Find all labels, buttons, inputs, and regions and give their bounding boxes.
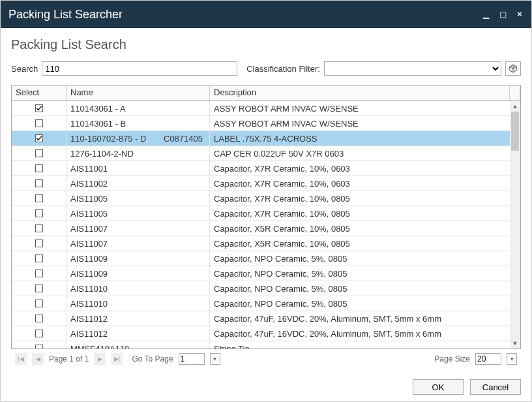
next-page-button[interactable]: ▶ (94, 353, 106, 365)
prev-page-button[interactable]: ◀ (32, 353, 44, 365)
row-description: Capacitor, NPO Ceramic, 5%, 0805 (214, 269, 347, 279)
row-name: AIS11009 (70, 254, 108, 264)
first-page-button[interactable]: |◀ (15, 353, 27, 365)
row-description: Capacitor, X5R Ceramic, 10%, 0805 (214, 224, 350, 234)
results-grid: Select Name Description 110143061 - AASS… (11, 85, 521, 349)
row-checkbox[interactable] (35, 149, 43, 157)
row-name: 1276-1104-2-ND (70, 149, 134, 159)
row-description: ASSY ROBOT ARM INVAC W/SENSE (214, 104, 359, 114)
row-name: 110143061 - A (70, 104, 126, 114)
window-controls: ▁ ▢ ✕ (482, 10, 524, 19)
titlebar: Packing List Searcher ▁ ▢ ✕ (1, 1, 531, 28)
window-title: Packing List Searcher (8, 8, 123, 22)
row-checkbox[interactable] (35, 104, 43, 112)
row-checkbox[interactable] (35, 209, 43, 217)
classification-filter-select[interactable] (324, 61, 501, 76)
row-name: AIS11009 (70, 269, 108, 279)
row-checkbox[interactable] (35, 300, 43, 307)
table-row[interactable]: AIS11012Capacitor, 47uF, 16VDC, 20%, Alu… (12, 326, 520, 341)
table-row[interactable]: AIS11005Capacitor, X7R Ceramic, 10%, 080… (12, 191, 520, 206)
row-checkbox[interactable] (35, 194, 43, 202)
table-row[interactable]: AIS11010Capacitor, NPO Ceramic, 5%, 0805 (12, 296, 520, 311)
row-description: Capacitor, X7R Ceramic, 10%, 0603 (214, 179, 350, 189)
row-description: Capacitor, X7R Ceramic, 10%, 0805 (214, 194, 350, 204)
row-checkbox[interactable] (35, 315, 43, 322)
column-header-description[interactable]: Description (210, 85, 510, 100)
page-size-input[interactable] (475, 353, 501, 365)
goto-page-label: Go To Page (132, 354, 173, 363)
table-row[interactable]: 1276-1104-2-NDCAP CER 0.022UF 50V X7R 06… (12, 146, 520, 161)
pager: |◀ ◀ Page 1 of 1 ▶ ▶| Go To Page ▾ Page … (11, 349, 521, 366)
table-row[interactable]: AIS11007Capacitor, X5R Ceramic, 10%, 080… (12, 221, 520, 236)
table-row[interactable]: AIS11010Capacitor, NPO Ceramic, 5%, 0805 (12, 281, 520, 296)
column-header-select[interactable]: Select (12, 85, 66, 100)
row-description: ASSY ROBOT ARM INVAC W/SENSE (214, 119, 359, 129)
search-label: Search (11, 64, 38, 74)
scroll-down-icon[interactable]: ▼ (510, 338, 520, 348)
table-row[interactable]: AIS11012Capacitor, 47uF, 16VDC, 20%, Alu… (12, 311, 520, 326)
row-name: AIS11007 (70, 239, 108, 249)
table-row[interactable]: AIS11009Capacitor, NPO Ceramic, 5%, 0805 (12, 266, 520, 281)
row-name: 110143061 - B (70, 119, 126, 129)
scroll-up-icon[interactable]: ▲ (510, 101, 520, 112)
row-description: String Tie (214, 344, 250, 349)
row-checkbox[interactable] (35, 345, 43, 348)
row-checkbox[interactable] (35, 285, 43, 292)
row-name: AIS11010 (70, 299, 108, 309)
table-row[interactable]: AIS11002Capacitor, X7R Ceramic, 10%, 060… (12, 176, 520, 191)
row-checkbox[interactable] (35, 134, 43, 142)
goto-page-dropdown[interactable]: ▾ (210, 353, 220, 365)
row-description: Capacitor, NPO Ceramic, 5%, 0805 (214, 284, 347, 294)
row-checkbox[interactable] (35, 330, 43, 337)
row-description: Capacitor, X7R Ceramic, 10%, 0805 (214, 209, 350, 219)
row-checkbox[interactable] (35, 224, 43, 232)
row-name: AIS11002 (70, 179, 108, 189)
row-checkbox[interactable] (35, 164, 43, 172)
page-size-dropdown[interactable]: ▾ (507, 353, 517, 365)
page-size-label: Page Size (434, 354, 470, 363)
table-row[interactable]: 110-160702-875 - DC0871405LABEL .75X.75 … (12, 131, 520, 146)
page-title: Packing List Search (11, 37, 521, 52)
row-checkbox[interactable] (35, 119, 43, 127)
row-checkbox[interactable] (35, 240, 43, 247)
row-checkbox[interactable] (35, 255, 43, 262)
vertical-scrollbar[interactable]: ▲ ▼ (510, 101, 520, 348)
row-description: Capacitor, 47uF, 16VDC, 20%, Aluminum, S… (214, 314, 441, 324)
column-header-name[interactable]: Name (66, 85, 210, 100)
table-row[interactable]: AIS11009Capacitor, NPO Ceramic, 5%, 0805 (12, 251, 520, 266)
row-description: Capacitor, NPO Ceramic, 5%, 0805 (214, 299, 347, 309)
scroll-thumb[interactable] (511, 112, 519, 151)
row-description: Capacitor, X7R Ceramic, 10%, 0603 (214, 164, 350, 174)
table-row[interactable]: AIS11007Capacitor, X5R Ceramic, 10%, 080… (12, 236, 520, 251)
row-name: AIS11005 (70, 209, 108, 219)
row-description: CAP CER 0.022UF 50V X7R 0603 (214, 149, 344, 159)
maximize-icon[interactable]: ▢ (499, 10, 507, 19)
row-name: MMSF419A110 (70, 344, 129, 349)
cancel-button[interactable]: Cancel (470, 379, 521, 395)
column-header-scroll (510, 85, 520, 100)
row-name: AIS11012 (70, 329, 108, 339)
table-row[interactable]: AIS11001Capacitor, X7R Ceramic, 10%, 060… (12, 161, 520, 176)
close-icon[interactable]: ✕ (516, 10, 524, 19)
row-description: Capacitor, NPO Ceramic, 5%, 0805 (214, 254, 347, 264)
table-row[interactable]: AIS11005Capacitor, X7R Ceramic, 10%, 080… (12, 206, 520, 221)
ok-button[interactable]: OK (413, 379, 464, 395)
row-checkbox[interactable] (35, 179, 43, 187)
table-row[interactable]: MMSF419A110String Tie (12, 341, 520, 348)
table-row[interactable]: 110143061 - AASSY ROBOT ARM INVAC W/SENS… (12, 101, 520, 116)
row-description: Capacitor, 47uF, 16VDC, 20%, Aluminum, S… (214, 329, 441, 339)
table-row[interactable]: 110143061 - BASSY ROBOT ARM INVAC W/SENS… (12, 116, 520, 131)
row-name: AIS11005 (70, 194, 108, 204)
last-page-button[interactable]: ▶| (111, 353, 123, 365)
search-input[interactable] (42, 61, 237, 76)
row-name: AIS11007 (70, 224, 108, 234)
row-description: LABEL .75X.75 4-ACROSS (214, 134, 318, 144)
row-checkbox[interactable] (35, 270, 43, 277)
row-description: Capacitor, X5R Ceramic, 10%, 0805 (214, 239, 350, 249)
minimize-icon[interactable]: ▁ (482, 10, 490, 19)
page-status: Page 1 of 1 (49, 354, 89, 363)
dialog-footer: OK Cancel (1, 373, 531, 401)
cube-button[interactable] (505, 61, 521, 76)
goto-page-input[interactable] (179, 353, 205, 365)
row-name: 110-160702-875 - D (70, 134, 146, 144)
